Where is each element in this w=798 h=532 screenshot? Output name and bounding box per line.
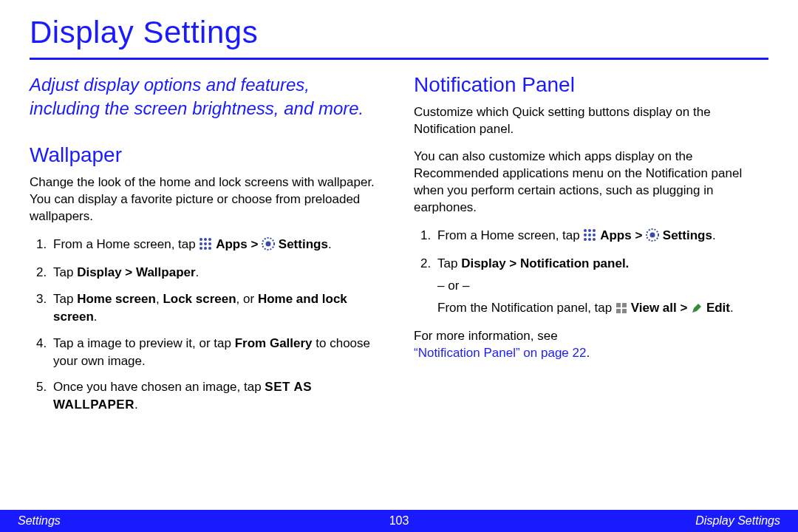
more-info: For more information, see “Notification … bbox=[414, 328, 768, 362]
text: For more information, see bbox=[414, 329, 558, 343]
text: Tap bbox=[437, 256, 461, 270]
notif-p2: You can also customize which apps displa… bbox=[414, 149, 768, 216]
text: . bbox=[712, 228, 716, 242]
text: . bbox=[730, 301, 734, 315]
notif-steps: From a Home screen, tap Apps > bbox=[414, 227, 768, 319]
title-rule bbox=[30, 58, 768, 60]
svg-point-5 bbox=[208, 242, 211, 245]
svg-point-16 bbox=[593, 233, 596, 236]
text: , or bbox=[236, 292, 258, 306]
svg-point-4 bbox=[204, 242, 207, 245]
svg-rect-23 bbox=[622, 303, 627, 307]
text: . bbox=[94, 310, 98, 324]
svg-marker-26 bbox=[692, 304, 701, 313]
text: > bbox=[248, 237, 262, 251]
page-title: Display Settings bbox=[30, 15, 768, 50]
svg-point-10 bbox=[266, 241, 271, 246]
text: Tap bbox=[53, 292, 77, 306]
notif-panel-link[interactable]: “Notification Panel” on page 22 bbox=[414, 346, 586, 360]
wallpaper-steps: From a Home screen, tap Apps > bbox=[30, 236, 384, 414]
pencil-icon bbox=[691, 301, 703, 319]
svg-point-13 bbox=[593, 229, 596, 232]
text: . bbox=[196, 265, 200, 279]
text: Lock screen bbox=[163, 292, 236, 306]
notif-p1: Customize which Quick setting buttons di… bbox=[414, 104, 768, 138]
right-column: Notification Panel Customize which Quick… bbox=[414, 73, 768, 423]
svg-point-19 bbox=[593, 238, 596, 241]
text: Display > Notification panel. bbox=[461, 256, 629, 270]
or-line: – or – bbox=[437, 277, 768, 295]
alt-line: From the Notification panel, tap View al… bbox=[437, 299, 768, 319]
wallpaper-step-1: From a Home screen, tap Apps > bbox=[50, 236, 384, 256]
text: View all bbox=[631, 301, 677, 315]
text: Tap bbox=[53, 265, 77, 279]
apps-label: Apps bbox=[216, 237, 248, 251]
svg-point-11 bbox=[584, 229, 587, 232]
svg-point-6 bbox=[200, 247, 202, 250]
text: From a Home screen, tap bbox=[437, 228, 583, 242]
text: > bbox=[677, 301, 691, 315]
notif-heading: Notification Panel bbox=[414, 73, 768, 97]
text: . bbox=[586, 346, 590, 360]
footer-page-number: 103 bbox=[389, 514, 409, 528]
svg-point-15 bbox=[588, 233, 591, 236]
text: , bbox=[156, 292, 163, 306]
svg-point-1 bbox=[204, 238, 207, 241]
svg-point-17 bbox=[584, 238, 587, 241]
text: Home screen bbox=[77, 292, 156, 306]
apps-label: Apps bbox=[600, 228, 632, 242]
apps-grid-icon bbox=[199, 237, 212, 256]
wallpaper-step-5: Once you have chosen an image, tap SET A… bbox=[50, 378, 384, 414]
wallpaper-heading: Wallpaper bbox=[30, 143, 384, 167]
footer-right: Display Settings bbox=[695, 514, 780, 528]
text: . bbox=[134, 398, 138, 412]
wallpaper-step-2: Tap Display > Wallpaper. bbox=[50, 264, 384, 282]
svg-point-21 bbox=[650, 232, 655, 237]
svg-point-7 bbox=[204, 247, 207, 250]
page-footer: Settings 103 Display Settings bbox=[0, 510, 798, 532]
svg-rect-25 bbox=[622, 309, 627, 313]
text: > bbox=[632, 228, 646, 242]
intro-text: Adjust display options and features, inc… bbox=[30, 73, 384, 121]
svg-point-8 bbox=[208, 247, 211, 250]
settings-label: Settings bbox=[663, 228, 712, 242]
svg-point-14 bbox=[584, 233, 587, 236]
notif-step-1: From a Home screen, tap Apps > bbox=[434, 227, 768, 247]
left-column: Adjust display options and features, inc… bbox=[30, 73, 384, 423]
svg-rect-22 bbox=[616, 303, 621, 307]
footer-left: Settings bbox=[18, 514, 61, 528]
text: From Gallery bbox=[235, 336, 313, 350]
apps-grid-icon bbox=[583, 228, 596, 247]
svg-point-3 bbox=[200, 242, 202, 245]
text: Display > Wallpaper bbox=[77, 265, 195, 279]
notif-step-2: Tap Display > Notification panel. – or –… bbox=[434, 255, 768, 318]
settings-gear-icon bbox=[262, 237, 275, 256]
text: . bbox=[328, 237, 332, 251]
wallpaper-step-3: Tap Home screen, Lock screen, or Home an… bbox=[50, 290, 384, 326]
settings-label: Settings bbox=[279, 237, 328, 251]
svg-point-0 bbox=[200, 238, 202, 241]
wallpaper-step-4: Tap a image to preview it, or tap From G… bbox=[50, 335, 384, 370]
text: Edit bbox=[706, 301, 730, 315]
svg-point-18 bbox=[588, 238, 591, 241]
text: Tap a image to preview it, or tap bbox=[53, 336, 235, 350]
svg-point-2 bbox=[208, 238, 211, 241]
wallpaper-desc: Change the look of the home and lock scr… bbox=[30, 174, 384, 225]
text: From a Home screen, tap bbox=[53, 237, 199, 251]
grid-small-icon bbox=[615, 301, 627, 319]
svg-point-12 bbox=[588, 229, 591, 232]
text: From the Notification panel, tap bbox=[437, 301, 615, 315]
settings-gear-icon bbox=[646, 228, 659, 247]
text: Once you have chosen an image, tap bbox=[53, 380, 265, 394]
svg-rect-24 bbox=[616, 309, 621, 313]
